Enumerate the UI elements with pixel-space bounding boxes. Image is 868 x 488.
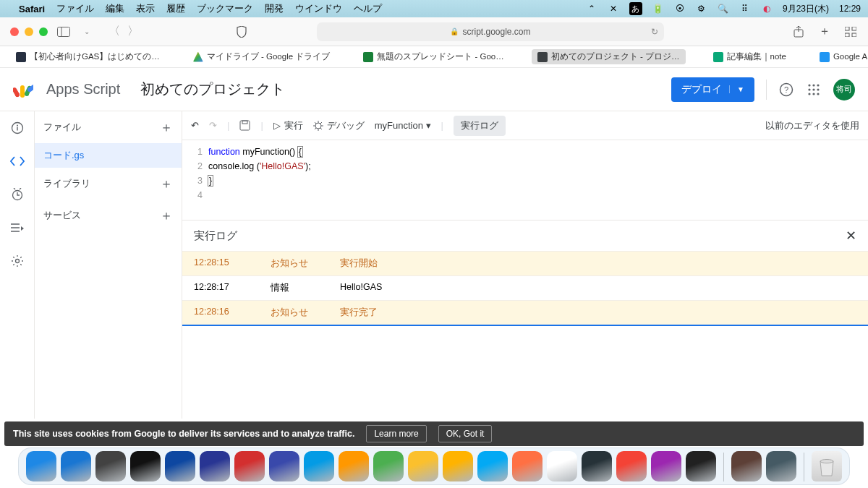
learn-more-button[interactable]: Learn more bbox=[366, 425, 426, 442]
dock-app-icon[interactable] bbox=[616, 451, 647, 481]
menubar-app-name[interactable]: Safari bbox=[19, 4, 45, 14]
execution-log-button[interactable]: 実行ログ bbox=[454, 116, 506, 136]
apps-script-logo-icon[interactable] bbox=[13, 80, 33, 100]
wifi-icon[interactable]: ⦿ bbox=[674, 3, 686, 14]
back-button[interactable]: 〈 bbox=[109, 24, 120, 39]
dock-app-icon[interactable] bbox=[408, 451, 438, 481]
dock-app-icon[interactable] bbox=[547, 451, 577, 481]
window-controls bbox=[10, 27, 48, 36]
debug-button[interactable]: デバッグ bbox=[313, 119, 365, 132]
undo-button[interactable]: ↶ bbox=[191, 120, 199, 131]
control-center-icon[interactable]: ⠿ bbox=[739, 3, 751, 14]
svg-point-18 bbox=[812, 84, 814, 86]
legacy-editor-link[interactable]: 以前のエディタを使用 bbox=[765, 119, 859, 132]
input-source-icon[interactable]: あ bbox=[629, 2, 642, 15]
code-editor[interactable]: 1234 function myFunction() { console.log… bbox=[182, 140, 868, 220]
dock-app-icon[interactable] bbox=[373, 451, 404, 481]
tab-overview-icon[interactable] bbox=[843, 25, 858, 39]
add-file-button[interactable]: ＋ bbox=[160, 119, 173, 136]
info-icon[interactable] bbox=[9, 120, 25, 136]
spotlight-icon[interactable]: ⚙ bbox=[696, 3, 707, 14]
editor-icon[interactable] bbox=[9, 153, 25, 169]
avatar[interactable]: 将司 bbox=[833, 79, 855, 100]
dock-app-icon[interactable] bbox=[582, 451, 612, 481]
favorite-label: 【初心者向けGAS】はじめての… bbox=[30, 51, 160, 62]
redo-button[interactable]: ↷ bbox=[209, 120, 217, 131]
dock-app-icon[interactable] bbox=[200, 451, 230, 481]
menu-file[interactable]: ファイル bbox=[56, 2, 94, 15]
dock-app-icon[interactable] bbox=[686, 451, 716, 481]
app-indicator-icon[interactable]: ◐ bbox=[761, 3, 773, 14]
help-icon[interactable]: ? bbox=[778, 82, 794, 98]
cookie-ok-button[interactable]: OK, Got it bbox=[438, 425, 493, 442]
dock-app-icon[interactable] bbox=[477, 451, 508, 481]
new-tab-icon[interactable]: ＋ bbox=[817, 25, 832, 39]
dock-app-icon[interactable] bbox=[269, 451, 299, 481]
favorite-item[interactable]: 【初心者向けGAS】はじめての… bbox=[10, 49, 166, 64]
fullscreen-window-button[interactable] bbox=[39, 27, 48, 36]
share-icon[interactable] bbox=[791, 25, 806, 39]
execution-log-panel: 実行ログ ✕ 12:28:15お知らせ実行開始12:28:17情報Hello!G… bbox=[182, 220, 868, 419]
dock-app-icon[interactable] bbox=[304, 451, 334, 481]
deploy-button[interactable]: デプロイ ▼ bbox=[671, 77, 754, 102]
add-library-button[interactable]: ＋ bbox=[160, 175, 173, 192]
menu-develop[interactable]: 開発 bbox=[265, 2, 284, 15]
save-button[interactable] bbox=[239, 120, 250, 131]
dock-app-icon[interactable] bbox=[165, 451, 195, 481]
url-bar[interactable]: 🔒 script.google.com ↻ bbox=[317, 22, 664, 41]
sidebar-toggle-icon[interactable] bbox=[56, 25, 71, 39]
sidebar-dropdown-icon[interactable]: ⌄ bbox=[80, 25, 94, 39]
run-button[interactable]: ▷ 実行 bbox=[273, 119, 303, 132]
settings-icon[interactable] bbox=[9, 253, 25, 269]
menu-history[interactable]: 履歴 bbox=[166, 2, 185, 15]
close-window-button[interactable] bbox=[10, 27, 19, 36]
menu-edit[interactable]: 編集 bbox=[106, 2, 124, 15]
menubar-date[interactable]: 9月23日(木) bbox=[783, 3, 829, 15]
trash-icon[interactable] bbox=[812, 451, 842, 481]
minimize-window-button[interactable] bbox=[25, 27, 33, 36]
reload-icon[interactable]: ↻ bbox=[651, 27, 658, 37]
cookie-text: This site uses cookies from Google to de… bbox=[13, 429, 354, 439]
search-icon[interactable]: 🔍 bbox=[718, 3, 729, 14]
favorite-item[interactable]: 記事編集｜note bbox=[707, 49, 792, 64]
dock-separator bbox=[723, 453, 724, 481]
dock-app-icon[interactable] bbox=[651, 451, 681, 481]
dock-app-icon[interactable] bbox=[95, 451, 126, 481]
favorite-icon bbox=[820, 52, 830, 62]
forward-button[interactable]: 〉 bbox=[127, 24, 139, 39]
sidebar-section-libraries: ライブラリ ＋ bbox=[35, 168, 182, 200]
shield-icon[interactable] bbox=[234, 25, 249, 39]
log-cell: 情報 bbox=[271, 282, 314, 294]
dock-app-icon[interactable] bbox=[443, 451, 473, 481]
menu-view[interactable]: 表示 bbox=[136, 2, 155, 15]
dock-app-icon[interactable] bbox=[339, 451, 369, 481]
battery-icon[interactable]: 🔋 bbox=[652, 3, 664, 14]
dock-app-icon[interactable] bbox=[766, 451, 796, 481]
dock-app-icon[interactable] bbox=[234, 451, 265, 481]
dock-app-icon[interactable] bbox=[61, 451, 91, 481]
function-selector[interactable]: myFunction ▾ bbox=[375, 120, 431, 131]
dock-app-icon[interactable] bbox=[130, 451, 161, 481]
hide-icon[interactable]: ⌃ bbox=[586, 3, 597, 14]
favorite-item[interactable]: マイドライブ - Google ドライブ bbox=[187, 49, 336, 64]
dock-app-icon[interactable] bbox=[26, 451, 56, 481]
crossed-tools-icon[interactable]: ✕ bbox=[608, 3, 619, 14]
triggers-icon[interactable] bbox=[9, 187, 25, 202]
dock-app-icon[interactable] bbox=[731, 451, 762, 481]
apps-grid-icon[interactable] bbox=[806, 82, 822, 98]
menubar-time[interactable]: 12:29 bbox=[839, 4, 861, 14]
add-service-button[interactable]: ＋ bbox=[160, 207, 173, 224]
menu-help[interactable]: ヘルプ bbox=[354, 2, 382, 15]
dock-app-icon[interactable] bbox=[512, 451, 542, 481]
favorite-item[interactable]: 無題のスプレッドシート - Goo… bbox=[357, 49, 509, 64]
favorite-item[interactable]: 初めてのプロジェクト - プロジ… bbox=[532, 49, 686, 64]
project-name[interactable]: 初めてのプロジェクト bbox=[140, 80, 285, 99]
menu-bookmarks[interactable]: ブックマーク bbox=[197, 2, 253, 15]
menu-window[interactable]: ウインドウ bbox=[295, 2, 342, 15]
favorite-label: 初めてのプロジェクト - プロジ… bbox=[551, 51, 680, 62]
executions-icon[interactable] bbox=[9, 220, 25, 236]
favorite-label: マイドライブ - Google ドライブ bbox=[207, 51, 331, 62]
close-icon[interactable]: ✕ bbox=[846, 228, 856, 244]
sidebar-file-item[interactable]: コード.gs bbox=[35, 143, 182, 168]
favorite-item[interactable]: Google Apps Script入門～ス… bbox=[814, 49, 868, 64]
